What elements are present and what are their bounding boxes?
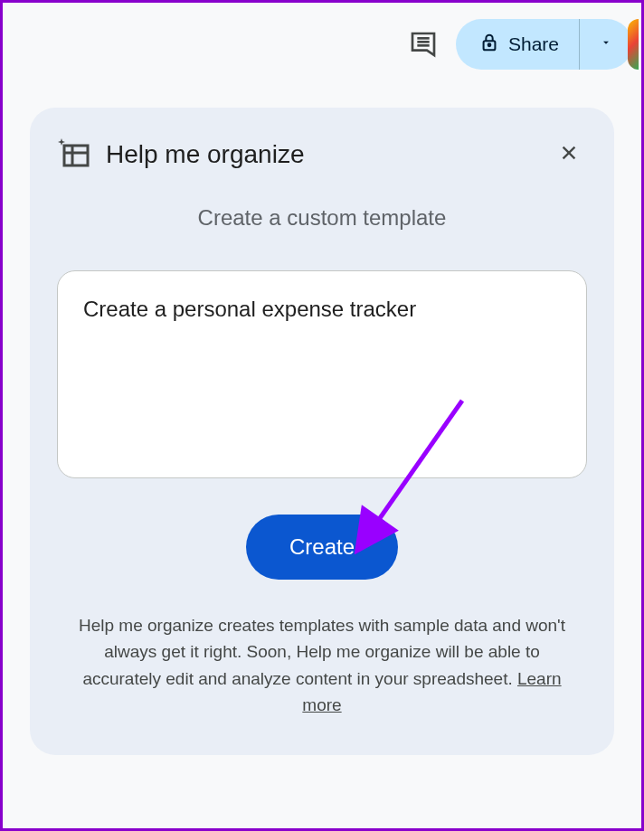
chevron-down-icon: [600, 36, 612, 52]
svg-point-4: [488, 43, 491, 46]
description-text: Help me organize creates templates with …: [79, 616, 565, 688]
organize-sparkle-table-icon: [57, 137, 90, 173]
comment-history-icon[interactable]: [407, 28, 440, 61]
share-dropdown-button[interactable]: [580, 19, 632, 70]
toolbar: Share: [3, 3, 641, 86]
share-button[interactable]: Share: [456, 19, 580, 70]
share-button-group: Share: [456, 19, 632, 70]
svg-rect-5: [64, 146, 88, 165]
panel-header: Help me organize: [57, 137, 587, 173]
panel-subtitle: Create a custom template: [57, 205, 587, 231]
panel-title: Help me organize: [106, 140, 304, 169]
lock-icon: [479, 33, 499, 56]
prompt-input[interactable]: [57, 270, 587, 478]
close-icon: [559, 143, 579, 166]
close-button[interactable]: [551, 137, 587, 173]
create-button[interactable]: Create: [246, 515, 398, 580]
account-avatar[interactable]: [628, 19, 639, 70]
help-me-organize-panel: Help me organize Create a custom templat…: [30, 108, 614, 755]
share-label: Share: [508, 33, 559, 55]
panel-description: Help me organize creates templates with …: [57, 612, 587, 719]
